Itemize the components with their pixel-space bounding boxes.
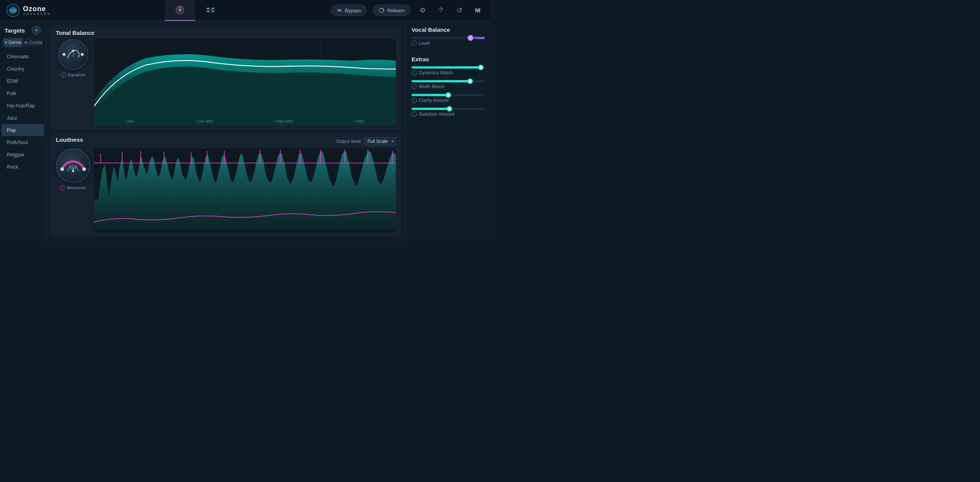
main-layout: Targets + ≡ Genre ⊕ Custom Cinematic Cou…: [0, 21, 490, 241]
sidebar: Targets + ≡ Genre ⊕ Custom Cinematic Cou…: [0, 21, 46, 241]
top-right-controls: Bypass Relearn ⚙ ? ↺ NI: [331, 4, 484, 16]
equalizer-label: i Equalizer: [61, 72, 85, 77]
stabilizer-amount-label: i Stabilizer Amount: [412, 111, 485, 117]
sidebar-header: Targets +: [0, 21, 46, 38]
dynamics-match-row: i Dynamics Match: [412, 66, 485, 75]
svg-point-18: [60, 167, 64, 171]
vocal-level-text: Level: [419, 41, 430, 46]
stabilizer-amount-track[interactable]: [412, 108, 485, 110]
tonal-balance-svg: [94, 39, 396, 126]
svg-point-4: [179, 9, 181, 11]
help-button[interactable]: ?: [435, 4, 447, 16]
sidebar-item-folk[interactable]: Folk: [2, 87, 44, 99]
svg-rect-11: [339, 9, 340, 11]
stabilizer-amount-thumb[interactable]: [447, 106, 452, 111]
svg-rect-6: [207, 8, 210, 10]
clarity-amount-row: i Clarity Amount: [412, 94, 485, 103]
loudness-svg: [94, 148, 396, 233]
maximizer-label: i Maximizer: [60, 185, 86, 190]
clarity-amount-thumb[interactable]: [446, 92, 451, 98]
sidebar-item-country[interactable]: Country: [2, 63, 44, 75]
equalizer-knob-area: i Equalizer: [56, 39, 90, 126]
sidebar-item-rock[interactable]: Rock: [2, 161, 44, 173]
bypass-button[interactable]: Bypass: [331, 5, 367, 16]
width-match-label: i Width Match: [412, 84, 485, 89]
dynamics-match-info-icon[interactable]: i: [412, 70, 417, 75]
output-level-select[interactable]: Full Scale -14 LUFS -16 LUFS -23 LUFS: [364, 137, 396, 146]
sidebar-item-reggae[interactable]: Reggae: [2, 149, 44, 161]
top-tabs: [60, 0, 331, 21]
output-level-select-wrapper: Full Scale -14 LUFS -16 LUFS -23 LUFS: [364, 137, 396, 146]
svg-point-16: [81, 53, 84, 56]
undo-button[interactable]: ↺: [453, 4, 466, 16]
sidebar-item-cinematic[interactable]: Cinematic: [2, 51, 44, 62]
tonal-balance-title: Tonal Balance: [56, 30, 396, 36]
width-match-thumb[interactable]: [467, 79, 473, 84]
logo-subtitle: ADVANCED: [23, 12, 51, 16]
sidebar-item-pop[interactable]: Pop: [2, 124, 44, 136]
right-panel: Vocal Balance i Level Extras: [406, 21, 490, 241]
genre-list: Cinematic Country EDM Folk Hip-hop/Rap J…: [0, 50, 46, 241]
dynamics-match-label: i Dynamics Match: [412, 70, 485, 75]
tab-modules[interactable]: [195, 0, 226, 21]
genre-tab-icon: ≡: [5, 40, 7, 45]
tonal-balance-panel: Tonal Balance: [51, 26, 401, 130]
loudness-content: i Maximizer: [56, 148, 396, 233]
tab-custom[interactable]: ⊕ Custom: [23, 38, 42, 47]
sidebar-item-hiphop[interactable]: Hip-hop/Rap: [2, 100, 44, 111]
settings-button[interactable]: ⚙: [416, 4, 429, 16]
loudness-header: Loudness Output level: Full Scale -14 LU…: [56, 136, 396, 146]
tonal-balance-content: i Equalizer: [56, 39, 396, 126]
bypass-label: Bypass: [345, 8, 361, 13]
stabilizer-amount-row: i Stabilizer Amount: [412, 108, 485, 117]
vocal-level-row: i Level: [412, 37, 485, 46]
tab-visualizer[interactable]: [165, 0, 195, 21]
width-match-text: Width Match: [419, 84, 444, 89]
width-match-row: i Width Match: [412, 80, 485, 89]
svg-point-19: [82, 167, 86, 171]
vocal-balance-title: Vocal Balance: [412, 26, 485, 33]
clarity-amount-info-icon[interactable]: i: [412, 98, 417, 103]
logo-area: Ozone ADVANCED: [6, 3, 60, 17]
relearn-label: Relearn: [387, 8, 405, 13]
clarity-amount-text: Clarity Amount: [419, 98, 449, 103]
svg-rect-10: [338, 9, 339, 11]
width-match-track[interactable]: [412, 80, 485, 82]
equalizer-knob[interactable]: [58, 39, 88, 70]
bypass-icon: [336, 7, 343, 13]
width-match-info-icon[interactable]: i: [412, 84, 417, 89]
center-content: Tonal Balance: [46, 21, 406, 241]
output-level-control: Output level: Full Scale -14 LUFS -16 LU…: [336, 137, 396, 146]
extras-section: Extras i Dynamics Match i: [412, 56, 485, 121]
clarity-amount-label: i Clarity Amount: [412, 98, 485, 103]
ni-logo: NI: [472, 4, 484, 16]
sidebar-item-edm[interactable]: EDM: [2, 75, 44, 87]
dynamics-match-thumb[interactable]: [478, 65, 483, 70]
svg-point-15: [62, 53, 65, 56]
ozone-logo-icon: [6, 3, 20, 17]
sidebar-item-jazz[interactable]: Jazz: [2, 112, 44, 124]
tab-genre[interactable]: ≡ Genre: [3, 38, 23, 47]
svg-point-5: [179, 7, 181, 8]
dynamics-match-track[interactable]: [412, 66, 485, 69]
loudness-chart: [94, 148, 396, 233]
add-target-button[interactable]: +: [32, 26, 41, 35]
vocal-level-thumb[interactable]: [467, 35, 474, 41]
relearn-button[interactable]: Relearn: [373, 5, 410, 16]
stabilizer-amount-info-icon[interactable]: i: [412, 111, 417, 117]
vocal-level-track[interactable]: [412, 37, 485, 39]
relearn-icon: [379, 7, 385, 13]
sidebar-title: Targets: [5, 27, 25, 34]
top-bar: Ozone ADVANCED: [0, 0, 490, 21]
output-level-label: Output level:: [336, 139, 362, 144]
logo-name: Ozone: [23, 5, 51, 12]
equalizer-info-icon[interactable]: i: [61, 72, 66, 77]
maximizer-info-icon[interactable]: i: [60, 185, 65, 190]
sidebar-item-rnbsoul[interactable]: RnB/Soul: [2, 136, 44, 148]
custom-tab-icon: ⊕: [24, 40, 28, 45]
vocal-level-label: i Level: [412, 41, 485, 46]
maximizer-knob-area: i Maximizer: [56, 148, 90, 233]
vocal-level-info-icon[interactable]: i: [412, 41, 417, 46]
clarity-amount-track[interactable]: [412, 94, 485, 96]
maximizer-knob[interactable]: [56, 148, 90, 183]
